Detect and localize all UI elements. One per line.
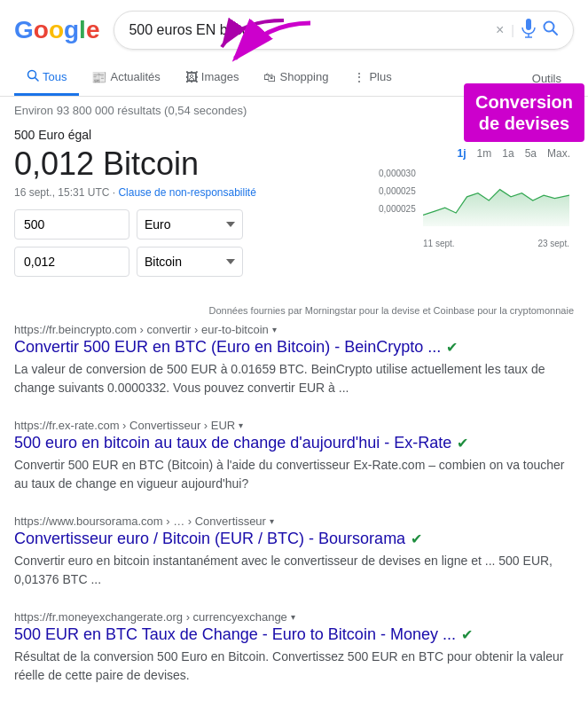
chart-x-label-start: 11 sept.	[423, 239, 455, 248]
result-item: https://fr.ex-rate.com › Convertisseur ›…	[14, 419, 574, 493]
tab-actualites[interactable]: 📰 Actualités	[79, 61, 172, 96]
tab-tous-label: Tous	[43, 70, 67, 83]
result-url: https://www.boursorama.com › … › Convert…	[14, 515, 574, 528]
header: Google 500 euros EN bitcoin × |	[0, 0, 588, 60]
converter-inputs: Euro USD GBP Bitcoin Ethereum EUR	[14, 209, 365, 277]
result-item: https://fr.moneyexchangerate.org › curre…	[14, 610, 574, 685]
conversion-date: 16 sept., 15:31 UTC · Clause de non-resp…	[14, 186, 365, 199]
clear-icon[interactable]: ×	[496, 22, 504, 38]
time-btn-1m[interactable]: 1m	[474, 145, 496, 161]
result-item: https://www.boursorama.com › … › Convert…	[14, 515, 574, 589]
conversion-result: 0,012 Bitcoin	[14, 145, 365, 183]
images-tab-icon: 🖼	[185, 70, 198, 84]
result-url-arrow-icon[interactable]: ▾	[291, 612, 295, 622]
chart-time-buttons: 1j 1m 1a 5a Max.	[379, 145, 574, 161]
voice-icon[interactable]	[521, 19, 536, 42]
result-url: https://fr.ex-rate.com › Convertisseur ›…	[14, 419, 574, 432]
search-results: https://fr.beincrypto.com › convertir › …	[0, 316, 588, 707]
tab-tous[interactable]: Tous	[14, 60, 79, 96]
verified-icon: ✔	[461, 626, 473, 643]
conversion-annotation-text: Conversionde devises	[475, 91, 573, 134]
tab-images[interactable]: 🖼 Images	[173, 61, 252, 96]
tab-plus-label: Plus	[369, 70, 391, 83]
svg-line-5	[553, 30, 558, 35]
result-snippet: Résultat de la conversion 500 Euro en Bi…	[14, 648, 574, 685]
from-currency-select[interactable]: Euro USD GBP	[137, 209, 243, 240]
time-btn-5a[interactable]: 5a	[521, 145, 540, 161]
time-btn-1j[interactable]: 1j	[454, 145, 470, 161]
to-currency-select[interactable]: Bitcoin Ethereum EUR	[137, 247, 243, 277]
search-tab-icon	[27, 69, 39, 84]
result-title[interactable]: 500 EUR en BTC Taux de Change - Euro to …	[14, 625, 574, 644]
result-url-arrow-icon[interactable]: ▾	[272, 325, 277, 334]
verified-icon: ✔	[446, 339, 458, 356]
search-icon[interactable]	[543, 20, 559, 41]
tab-plus[interactable]: ⋮ Plus	[341, 61, 404, 96]
result-url: https://fr.beincrypto.com › convertir › …	[14, 323, 574, 336]
result-snippet: La valeur de conversion de 500 EUR à 0.0…	[14, 360, 574, 397]
search-input[interactable]: 500 euros EN bitcoin	[129, 22, 489, 38]
tab-shopping[interactable]: 🛍 Shopping	[251, 61, 341, 96]
result-item: https://fr.beincrypto.com › convertir › …	[14, 323, 574, 397]
tab-images-label: Images	[201, 70, 239, 83]
result-url-arrow-icon[interactable]: ▾	[270, 516, 274, 526]
disclaimer-link[interactable]: Clause de non-responsabilité	[118, 186, 255, 199]
result-url: https://fr.moneyexchangerate.org › curre…	[14, 610, 574, 624]
result-title[interactable]: Convertisseur euro / Bitcoin (EUR / BTC)…	[14, 530, 574, 548]
svg-line-8	[35, 78, 39, 82]
svg-rect-1	[526, 19, 531, 30]
more-tab-icon: ⋮	[353, 70, 365, 84]
result-url-arrow-icon[interactable]: ▾	[239, 420, 243, 430]
from-value-input[interactable]	[14, 209, 129, 240]
verified-icon: ✔	[411, 530, 422, 547]
tab-actualites-label: Actualités	[110, 70, 160, 83]
to-value-input[interactable]	[14, 247, 129, 277]
result-snippet: Convertir 500 EUR en BTC (Bitcoin) à l'a…	[14, 456, 574, 493]
shopping-tab-icon: 🛍	[263, 70, 276, 84]
result-snippet: Convertir euro en bitcoin instantanément…	[14, 552, 574, 589]
conversion-widget: 500 Euro égal 0,012 Bitcoin 16 sept., 15…	[0, 121, 588, 298]
conversion-chart	[423, 165, 569, 236]
google-logo: Google	[14, 16, 99, 44]
result-title[interactable]: Convertir 500 EUR en BTC (Euro en Bitcoi…	[14, 338, 574, 357]
search-bar: 500 euros EN bitcoin × |	[114, 11, 574, 50]
chart-x-label-end: 23 sept.	[537, 239, 569, 248]
chart-disclaimer: Données fournies par Morningstar pour la…	[0, 305, 588, 316]
time-btn-max[interactable]: Max.	[544, 145, 574, 161]
news-tab-icon: 📰	[91, 70, 106, 84]
tab-shopping-label: Shopping	[279, 70, 328, 83]
verified-icon: ✔	[457, 435, 468, 452]
result-title[interactable]: 500 euro en bitcoin au taux de change d'…	[14, 434, 574, 452]
time-btn-1a[interactable]: 1a	[498, 145, 517, 161]
